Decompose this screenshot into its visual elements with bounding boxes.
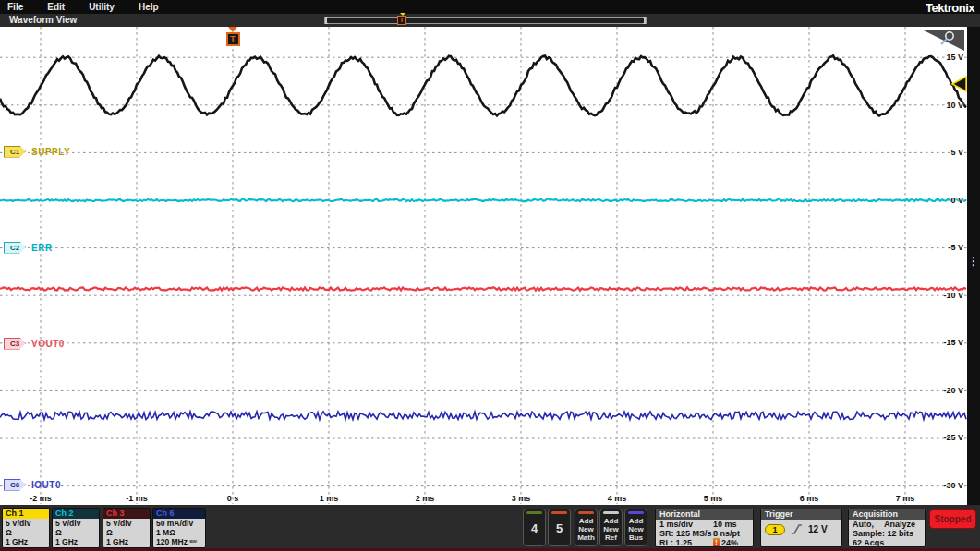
trigger-t-icon: T (226, 32, 240, 46)
record-length: RL: 1.25 Mpts (659, 538, 713, 547)
v-axis-label: 5 V (921, 148, 963, 157)
record-duration: 10 ms (713, 520, 737, 529)
acquisition-panel[interactable]: Acquisition Auto,Analyze Sample: 12 bits… (848, 509, 926, 547)
trigger-panel[interactable]: Trigger 1 12 V (760, 509, 842, 547)
acq-mode: Auto, (853, 520, 884, 529)
v-axis-label: -5 V (921, 243, 963, 252)
compression-warning-icon: ! (713, 538, 720, 546)
menu-help[interactable]: Help (139, 2, 159, 12)
channel-badge-ch1[interactable]: Ch 1 5 V/div Ω 1 GHz (2, 508, 50, 548)
ch6-header[interactable]: Ch 6 (153, 509, 205, 519)
ch1-header[interactable]: Ch 1 (3, 509, 49, 519)
waveform-canvas (0, 27, 967, 504)
v-axis-label: 10 V (921, 101, 963, 110)
menu-bar: File Edit Utility Help Tektronix (0, 0, 980, 14)
channel-5-button[interactable]: 5 (548, 509, 571, 546)
trigger-level: 12 V (808, 524, 828, 534)
trigger-position-marker[interactable]: T (225, 27, 240, 46)
v-axis-label: 0 V (921, 196, 963, 205)
channel-tag-c6[interactable]: C6 (4, 479, 26, 491)
channel-name-iout0: IOUT0 (31, 480, 61, 490)
ch6-impedance: 1 MΩ (153, 528, 205, 537)
compression-percent: 24% (721, 538, 738, 547)
channel-handle-ch6[interactable]: C6 IOUT0 (4, 478, 61, 491)
coupling-icon: Ω (53, 528, 99, 537)
rising-edge-icon (791, 523, 803, 535)
t-axis-label: 0 s (212, 494, 253, 503)
horizontal-panel[interactable]: Horizontal 1 ms/div10 ms SR: 125 MS/s8 n… (655, 509, 754, 547)
v-axis-label: -15 V (921, 338, 963, 347)
ch4-color-stripe (526, 511, 542, 514)
t-axis-label: 5 ms (693, 494, 733, 503)
v-axis-label: -20 V (921, 386, 963, 395)
t-axis-label: 3 ms (501, 494, 541, 503)
trigger-source-badge: 1 (765, 524, 785, 535)
math-color-stripe (578, 511, 594, 514)
right-sidebar: ⋮ (967, 27, 980, 505)
ch6-scale: 50 mA/div (153, 519, 205, 528)
channel-name-vout0: VOUT0 (31, 339, 65, 349)
settings-bar: Ch 1 5 V/div Ω 1 GHz Ch 2 5 V/div Ω 1 GH… (0, 505, 980, 551)
channel-handle-ch1[interactable]: C1 SUPPLY (4, 145, 70, 158)
sample-rate: SR: 125 MS/s (659, 529, 713, 538)
waveform-display[interactable]: 15 V 10 V 5 V 0 V -5 V -10 V -15 V -20 V… (0, 27, 967, 504)
tab-bar: Waveform View T (0, 14, 980, 27)
t-axis-label: 1 ms (309, 494, 349, 503)
ch2-bandwidth: 1 GHz (53, 537, 99, 546)
channel-badge-ch6[interactable]: Ch 6 50 mA/div 1 MΩ 120 MHz ᴮᵂ (152, 508, 206, 548)
add-new-math-button[interactable]: Add New Math (575, 509, 598, 546)
channel-4-button[interactable]: 4 (523, 509, 546, 546)
overview-left-bracket-icon (325, 17, 328, 24)
v-axis-label: -25 V (921, 433, 963, 442)
ch3-scale: 5 V/div (103, 519, 150, 528)
coupling-icon: Ω (103, 528, 150, 537)
ref-color-stripe (603, 511, 619, 514)
ch6-bandwidth: 120 MHz ᴮᵂ (153, 537, 205, 547)
add-new-ref-button[interactable]: Add New Ref (599, 509, 623, 546)
ch5-color-stripe (551, 511, 567, 514)
coupling-icon: Ω (3, 528, 49, 537)
channel-tag-c1[interactable]: C1 (4, 146, 26, 158)
overview-right-bracket-icon (643, 17, 646, 24)
ch3-header[interactable]: Ch 3 (103, 509, 150, 519)
acq-analyze: Analyze (884, 520, 915, 529)
channel-tag-c3[interactable]: C3 (4, 338, 26, 350)
tektronix-logo: Tektronix (926, 1, 974, 15)
t-axis-label: 4 ms (597, 494, 637, 503)
acq-sample-bits: Sample: 12 bits (849, 529, 925, 538)
channel-badge-ch2[interactable]: Ch 2 5 V/div Ω 1 GHz (52, 508, 100, 548)
channel-tag-c2[interactable]: C2 (4, 242, 26, 254)
channel-handle-ch3[interactable]: C3 VOUT0 (4, 337, 65, 350)
menu-file[interactable]: File (7, 2, 23, 12)
t-axis-label: 2 ms (405, 494, 445, 503)
trigger-title: Trigger (761, 509, 841, 520)
channel-handle-ch2[interactable]: C2 ERR (4, 241, 53, 254)
bus-color-stripe (628, 511, 644, 514)
oscilloscope-app: File Edit Utility Help Tektronix Wavefor… (0, 0, 980, 551)
bandwidth-limit-icon: ᴮᵂ (189, 539, 197, 545)
ch2-scale: 5 V/div (53, 519, 99, 528)
add-new-bus-button[interactable]: Add New Bus (624, 509, 647, 546)
ch2-header[interactable]: Ch 2 (53, 509, 99, 519)
run-stop-button[interactable]: Stopped (929, 509, 976, 529)
time-per-point: 8 ns/pt (713, 529, 740, 538)
menu-utility[interactable]: Utility (89, 2, 115, 12)
menu-edit[interactable]: Edit (47, 2, 65, 12)
corner-zoom-icon[interactable] (922, 30, 964, 51)
drag-handle-icon[interactable]: ⋮ (967, 256, 980, 268)
acq-count: 62 Acqs (849, 538, 925, 547)
t-axis-label: 6 ms (789, 494, 829, 503)
record-overview-bar[interactable]: T (324, 17, 647, 24)
ch1-bandwidth: 1 GHz (3, 537, 49, 546)
channel-name-supply: SUPPLY (31, 147, 70, 157)
channel-badge-ch3[interactable]: Ch 3 5 V/div Ω 1 GHz (103, 508, 151, 548)
ch1-scale: 5 V/div (3, 519, 49, 528)
time-per-div: 1 ms/div (659, 520, 713, 529)
tab-waveform-view[interactable]: Waveform View (9, 15, 77, 25)
v-axis-label: 15 V (921, 53, 963, 62)
channel-name-err: ERR (31, 243, 53, 253)
overview-trigger-icon[interactable]: T (397, 16, 406, 25)
t-axis-label: 7 ms (885, 494, 926, 503)
v-axis-label: -30 V (921, 481, 963, 490)
t-axis-label: -1 ms (116, 494, 157, 503)
